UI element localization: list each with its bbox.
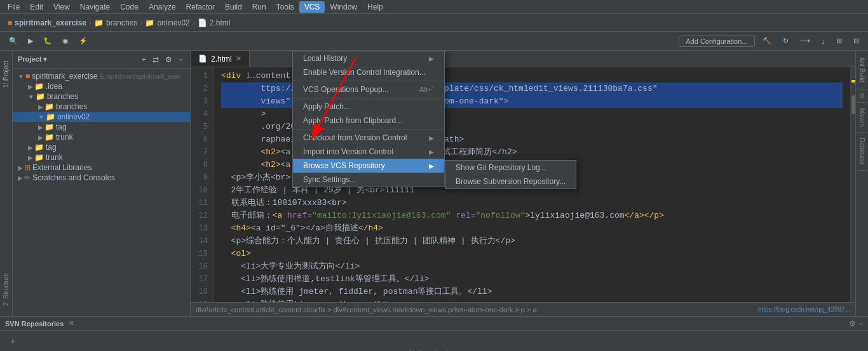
menu-navigate[interactable]: Navigate <box>75 1 115 13</box>
menu-run[interactable]: Run <box>247 1 271 13</box>
toggle-branches-sub[interactable]: ▶ <box>38 103 43 110</box>
toggle-idea[interactable]: ▶ <box>28 83 33 90</box>
sidebar-item-idea[interactable]: ▶ 📁 .idea <box>13 81 190 91</box>
sidebar-settings-btn[interactable]: ⚙ <box>163 55 174 65</box>
sidebar-item-trunk[interactable]: ▶ 📁 trunk <box>13 152 190 162</box>
menu-item-import-vcs[interactable]: Import into Version Control ▶ <box>293 145 444 159</box>
apply-patch-clipboard-label: Apply Patch from Clipboard... <box>303 116 402 125</box>
sync-settings-label: Sync Settings... <box>303 175 356 184</box>
menu-item-checkout-vcs[interactable]: Checkout from Version Control ▶ <box>293 131 444 145</box>
line-num-18: 18 <box>196 286 208 298</box>
sidebar-sync-btn[interactable]: ⇄ <box>151 55 161 65</box>
scroll-thumb[interactable] <box>851 95 855 114</box>
right-tab-database[interactable]: Database <box>857 133 867 171</box>
menu-tools[interactable]: Tools <box>271 1 299 13</box>
menu-refactor[interactable]: Refactor <box>181 1 220 13</box>
menu-item-apply-patch[interactable]: Apply Patch... <box>293 100 444 114</box>
editor-tab-2html[interactable]: 📄 2.html ✕ <box>191 51 250 67</box>
menu-item-local-history[interactable]: Local History ▶ <box>293 51 444 65</box>
sidebar-item-tag-under-branches[interactable]: ▶ 📁 tag <box>13 122 190 132</box>
sidebar-item-tag[interactable]: ▶ 📁 tag <box>13 142 190 152</box>
line-num-9: 9 <box>196 171 208 184</box>
menu-item-apply-patch-clipboard[interactable]: Apply Patch from Clipboard... <box>293 114 444 128</box>
toolbar-run-coverage-btn[interactable]: ◉ <box>58 36 72 46</box>
tab-close-btn[interactable]: ✕ <box>236 55 241 63</box>
toggle-trunk[interactable]: ▶ <box>28 154 33 161</box>
breadcrumb-file[interactable]: 2.html <box>210 18 231 27</box>
toggle-tag-branches[interactable]: ▶ <box>38 124 43 131</box>
sidebar: Project ▾ + ⇄ ⚙ − ▼ ■ spiritmark_exercis… <box>13 51 191 316</box>
menu-code[interactable]: Code <box>115 1 144 13</box>
left-tab-project[interactable]: 1: Project <box>1 53 11 95</box>
toggle-tag[interactable]: ▶ <box>28 144 33 151</box>
submenu-show-git-log[interactable]: Show Git Repository Log... <box>445 161 576 175</box>
sidebar-label-branches-sub: branches <box>56 102 87 111</box>
folder-icon-idea: 📁 <box>34 82 44 91</box>
add-configuration-button[interactable]: Add Configuration... <box>679 36 754 47</box>
breadcrumb-onlinev02[interactable]: onlinev02 <box>157 18 189 27</box>
toolbar-debug-btn[interactable]: 🐛 <box>39 36 56 46</box>
line-num-8: 8 <box>196 159 208 171</box>
bottom-add-btn[interactable]: + <box>10 336 15 346</box>
right-tab-ant-build[interactable]: Ant Build <box>857 51 867 89</box>
menu-window[interactable]: Window <box>325 1 362 13</box>
menu-item-vcs-operations[interactable]: VCS Operations Popup... Alt+` <box>293 83 444 96</box>
sidebar-item-trunk-sub[interactable]: ▶ 📁 trunk <box>13 132 190 142</box>
vcs-menu: Local History ▶ Enable Version Control I… <box>292 51 445 187</box>
toggle-branches[interactable]: ▼ <box>28 93 34 100</box>
menu-file[interactable]: File <box>3 1 25 13</box>
separator-1 <box>293 81 444 81</box>
menu-item-browse-vcs[interactable]: Browse VCS Repository ▶ <box>293 159 444 173</box>
menu-vcs[interactable]: VCS <box>299 1 325 13</box>
toolbar-step-into-btn[interactable]: ↓ <box>818 36 829 46</box>
menu-item-sync-settings[interactable]: Sync Settings... <box>293 173 444 187</box>
sidebar-item-root[interactable]: ▼ ■ spiritmark_exercise E:\spiritmark\sp… <box>13 71 190 81</box>
sidebar-label-tag: tag <box>46 143 57 152</box>
toggle-external[interactable]: ▶ <box>18 164 23 171</box>
breadcrumb-branches[interactable]: branches <box>106 18 137 27</box>
bottom-panel-settings-btn[interactable]: ⚙ <box>849 319 856 328</box>
sidebar-item-scratches[interactable]: ▶ ✏ Scratches and Consoles <box>13 173 190 183</box>
toolbar-profile-btn[interactable]: ⚡ <box>75 36 92 46</box>
sidebar-label-trunk: trunk <box>46 153 63 162</box>
folder-icon-branches-tree: 📁 <box>36 92 45 101</box>
code-line-15: <ol> <box>221 248 843 260</box>
toolbar-minimize-btn[interactable]: ⊟ <box>850 36 863 46</box>
menu-help[interactable]: Help <box>362 1 388 13</box>
toggle-root[interactable]: ▼ <box>18 73 24 80</box>
toggle-onlinev02[interactable]: ▼ <box>38 114 44 121</box>
sidebar-add-btn[interactable]: + <box>140 55 148 65</box>
toolbar-maximize-btn[interactable]: ⊞ <box>832 36 846 46</box>
left-tab-structure[interactable]: 2: Structure <box>1 265 11 314</box>
bottom-panel-minimize-btn[interactable]: − <box>858 319 863 328</box>
sidebar-item-branches[interactable]: ▼ 📁 branches <box>13 91 190 102</box>
toggle-trunk-sub[interactable]: ▶ <box>38 134 43 141</box>
line-num-7: 7 <box>196 146 208 159</box>
submenu-browse-subversion[interactable]: Browse Subversion Repository... <box>445 175 576 189</box>
browse-vcs-submenu: Show Git Repository Log... Browse Subver… <box>445 160 576 189</box>
sidebar-item-onlinev02[interactable]: ▼ 📁 onlinev02 <box>13 112 190 122</box>
toolbar-step-over-btn[interactable]: ⟶ <box>796 36 814 46</box>
menu-analyze[interactable]: Analyze <box>144 1 181 13</box>
code-line-13: <h4><a id="_6"></a>自我描述</h4> <box>221 222 843 235</box>
project-name[interactable]: spiritmark_exercise <box>15 18 86 27</box>
toolbar: 🔍 ▶ 🐛 ◉ ⚡ Add Configuration... 🔨 ↻ ⟶ ↓ ⊞… <box>0 32 868 51</box>
sidebar-close-btn[interactable]: − <box>177 55 185 65</box>
toolbar-reload-btn[interactable]: ↻ <box>779 36 792 46</box>
menu-build[interactable]: Build <box>220 1 247 13</box>
scrollbar[interactable] <box>850 67 855 302</box>
menu-edit[interactable]: Edit <box>25 1 48 13</box>
toolbar-run-btn[interactable]: ▶ <box>24 36 37 46</box>
folder-icon-branches: 📁 <box>94 18 104 27</box>
right-tab-maven[interactable]: Maven <box>857 103 867 133</box>
toolbar-build-btn[interactable]: 🔨 <box>759 36 775 46</box>
sidebar-item-branches-sub[interactable]: ▶ 📁 branches <box>13 102 190 112</box>
right-tab-m[interactable]: m <box>857 89 867 103</box>
menu-view[interactable]: View <box>48 1 75 13</box>
toolbar-search-btn[interactable]: 🔍 <box>5 36 22 46</box>
sep3: › <box>193 18 195 27</box>
toggle-scratches[interactable]: ▶ <box>18 175 23 182</box>
sidebar-item-external[interactable]: ▶ ⊞ External Libraries <box>13 162 190 173</box>
bottom-panel-close-badge[interactable]: ✕ <box>69 319 74 328</box>
menu-item-enable-vcs[interactable]: Enable Version Control Integration... <box>293 65 444 79</box>
